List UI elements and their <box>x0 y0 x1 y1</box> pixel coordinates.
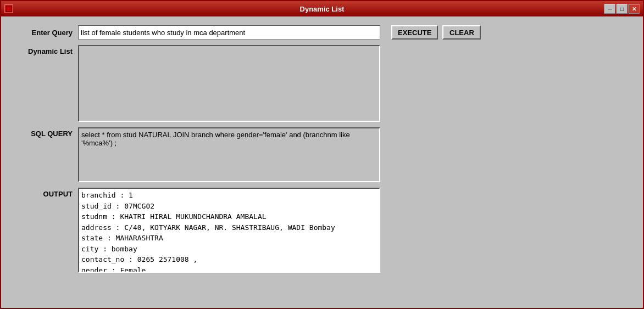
content-area: Enter Query EXECUTE CLEAR Dynamic List S… <box>1 16 643 308</box>
output-row: OUTPUT branchid : 1 stud_id : 07MCG02 st… <box>12 188 632 273</box>
main-window: Dynamic List ─ □ ✕ Enter Query EXECUTE C… <box>0 0 644 309</box>
minimize-button[interactable]: ─ <box>604 4 615 14</box>
title-bar: Dynamic List ─ □ ✕ <box>1 1 643 16</box>
sql-query-label: SQL QUERY <box>12 127 73 138</box>
enter-query-label: Enter Query <box>12 29 73 37</box>
sql-query-row: SQL QUERY <box>12 127 632 182</box>
output-label: OUTPUT <box>12 188 73 198</box>
output-container[interactable]: branchid : 1 stud_id : 07MCG02 studnm : … <box>78 188 380 273</box>
dynamic-list-label: Dynamic List <box>12 45 73 55</box>
clear-button[interactable]: CLEAR <box>442 25 481 40</box>
action-buttons: EXECUTE CLEAR <box>391 25 481 40</box>
svg-rect-1 <box>7 7 11 11</box>
output-text: branchid : 1 stud_id : 07MCG02 studnm : … <box>81 190 377 273</box>
enter-query-row: Enter Query EXECUTE CLEAR <box>12 25 632 40</box>
window-title: Dynamic List <box>300 5 345 13</box>
title-bar-left <box>4 4 13 13</box>
dynamic-list-row: Dynamic List <box>12 45 632 122</box>
close-button[interactable]: ✕ <box>629 4 640 14</box>
dynamic-list-area[interactable] <box>78 45 380 122</box>
window-controls: ─ □ ✕ <box>604 4 640 14</box>
sql-query-area[interactable] <box>78 127 380 182</box>
restore-button[interactable]: □ <box>617 4 628 14</box>
query-input[interactable] <box>78 25 380 40</box>
execute-button[interactable]: EXECUTE <box>391 25 438 40</box>
app-icon <box>4 4 13 13</box>
